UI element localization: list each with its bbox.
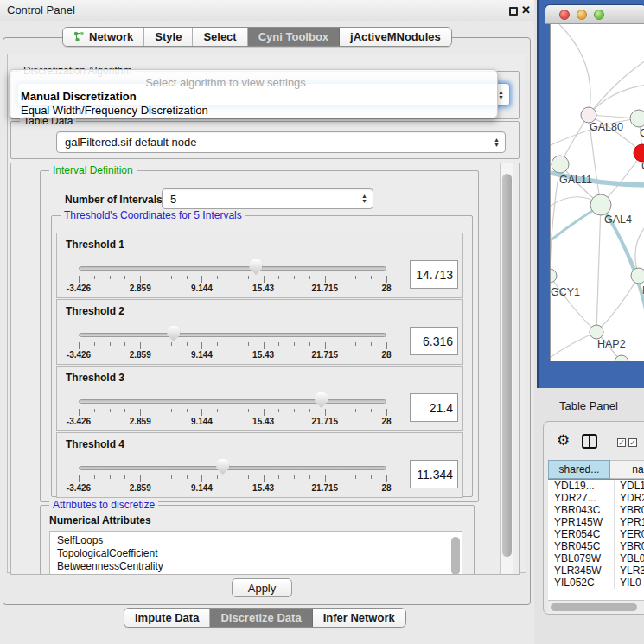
network-window-titlebar[interactable] — [545, 5, 644, 24]
cell-shared-name[interactable]: YPR145W — [548, 516, 615, 528]
viewport-scrollbar[interactable] — [500, 163, 513, 574]
attribute-list-item[interactable]: BetweennessCentrality — [50, 560, 462, 573]
threshold-value-field[interactable] — [410, 393, 458, 422]
scrollbar-thumb[interactable] — [451, 537, 460, 575]
tab-discretize-data[interactable]: Discretize Data — [210, 609, 312, 627]
threshold-slider[interactable]: -3.4262.8599.14415.4321.71528 — [79, 322, 386, 364]
cell-shared-name[interactable]: YBR045C — [548, 540, 615, 552]
table-row[interactable]: YDL19...YDL1 — [548, 480, 644, 492]
gear-icon[interactable]: ⚙ — [557, 431, 570, 450]
tick-mark — [79, 276, 80, 283]
slider-thumb[interactable] — [249, 259, 262, 275]
network-edge[interactable] — [596, 276, 639, 332]
column-header-name[interactable]: na — [610, 460, 644, 479]
table-row[interactable]: YBL079WYBL0 — [548, 552, 644, 564]
cell-shared-name[interactable]: YBR043C — [548, 504, 615, 516]
table-row[interactable]: YER054CYER0 — [548, 528, 644, 540]
network-node[interactable] — [590, 325, 603, 339]
table-row[interactable]: YPR145WYPR1 — [548, 516, 644, 528]
threshold-slider[interactable]: -3.4262.8599.14415.4321.71528 — [79, 456, 386, 497]
tick-mark — [156, 276, 156, 279]
algorithm-option-equal-width[interactable]: Equal Width/Frequency Discretization — [21, 104, 208, 117]
cell-name[interactable]: YER0 — [615, 528, 644, 540]
network-edge-thick[interactable] — [551, 207, 599, 240]
split-columns-icon[interactable] — [582, 434, 597, 449]
cell-name[interactable]: YDR2 — [615, 492, 644, 504]
node-table[interactable]: shared... na YDL19...YDL1YDR27...YDR2YBR… — [548, 460, 644, 600]
cell-shared-name[interactable]: YLR345W — [548, 564, 615, 577]
cell-name[interactable]: YLR3 — [615, 564, 644, 577]
network-node[interactable] — [590, 194, 611, 215]
numerical-attributes-list[interactable]: SelfLoopsTopologicalCoefficientBetweenne… — [49, 531, 462, 575]
attributes-list-scrollbar[interactable] — [451, 533, 461, 575]
threshold-value-field[interactable] — [410, 460, 458, 488]
network-node[interactable] — [551, 269, 557, 283]
network-edge[interactable] — [559, 24, 590, 115]
cell-shared-name[interactable]: YDR27... — [548, 492, 615, 504]
close-traffic-light-icon[interactable] — [559, 10, 570, 20]
scrollbar-thumb[interactable] — [551, 603, 637, 611]
scrollbar-thumb[interactable] — [502, 174, 512, 557]
node-label: GCY1 — [551, 286, 580, 298]
threshold-slider[interactable]: -3.4262.8599.14415.4321.71528 — [79, 256, 386, 297]
cell-shared-name[interactable]: YBL079W — [548, 552, 615, 564]
slider-track[interactable] — [79, 399, 386, 404]
cell-name[interactable]: YBL0 — [615, 552, 644, 564]
network-edge[interactable] — [551, 276, 596, 332]
algorithm-option-manual[interactable]: Manual Discretization — [21, 90, 137, 103]
tab-infer-network[interactable]: Infer Network — [313, 609, 405, 627]
tab-style[interactable]: Style — [144, 28, 193, 46]
cell-name[interactable]: YPR1 — [615, 516, 644, 528]
network-edge[interactable] — [551, 332, 596, 357]
tab-jactivemnodules[interactable]: jActiveMNodules — [340, 28, 451, 46]
apply-button[interactable]: Apply — [232, 578, 292, 597]
zoom-traffic-light-icon[interactable] — [594, 10, 604, 20]
float-window-icon[interactable] — [509, 7, 518, 16]
attribute-list-item[interactable]: TopologicalCoefficient — [50, 547, 462, 560]
network-edge[interactable] — [596, 205, 601, 332]
table-panel-title: Table Panel — [559, 399, 618, 412]
cell-shared-name[interactable]: YER054C — [548, 528, 615, 540]
number-of-intervals-combobox[interactable]: 5 ▲▼ — [162, 188, 373, 209]
table-data-combobox[interactable]: galFiltered.sif default node ▲▼ — [56, 131, 506, 153]
slider-track[interactable] — [79, 333, 386, 337]
threshold-slider[interactable]: -3.4262.8599.14415.4321.71528 — [79, 389, 386, 430]
tick-mark — [94, 276, 95, 279]
slider-track[interactable] — [79, 466, 386, 470]
cell-name[interactable]: YBR0 — [615, 504, 644, 516]
network-canvas[interactable]: GAL80GACGAL11GAL4GCY1HHAP2 — [550, 24, 644, 361]
table-row[interactable]: YLR345WYLR3 — [548, 564, 644, 577]
checkbox-icon[interactable]: ✓ — [628, 438, 637, 447]
tick-mark — [187, 475, 188, 479]
threshold-value-field[interactable] — [410, 260, 458, 289]
table-row[interactable]: YBR045CYBR0 — [548, 540, 644, 552]
checkbox-icon[interactable]: ✓ — [617, 438, 626, 447]
table-row[interactable]: YIL052CYIL0 — [548, 577, 644, 589]
column-header-shared[interactable]: shared... — [548, 460, 610, 479]
tab-select[interactable]: Select — [193, 28, 247, 46]
cell-name[interactable]: YIL0 — [615, 577, 644, 589]
table-row[interactable]: YDR27...YDR2 — [548, 492, 644, 504]
table-horizontal-scrollbar[interactable] — [548, 600, 644, 614]
tab-network[interactable]: Network — [63, 28, 144, 46]
close-icon[interactable]: ✕ — [521, 3, 531, 16]
slider-thumb[interactable] — [315, 392, 328, 408]
cell-shared-name[interactable]: YIL052C — [548, 577, 615, 589]
minimize-traffic-light-icon[interactable] — [577, 10, 587, 20]
tab-cyni-toolbox[interactable]: Cyni Toolbox — [248, 28, 340, 46]
slider-track[interactable] — [79, 266, 386, 271]
threshold-value-field[interactable] — [410, 327, 458, 355]
attribute-list-item[interactable]: SelfLoops — [50, 534, 462, 547]
network-node[interactable] — [630, 110, 644, 127]
network-view-window[interactable]: GAL80GACGAL11GAL4GCY1HHAP2 — [545, 4, 644, 362]
cell-shared-name[interactable]: YDL19... — [548, 480, 615, 492]
tab-impute-data[interactable]: Impute Data — [124, 609, 210, 627]
cell-name[interactable]: YBR0 — [615, 540, 644, 552]
slider-thumb[interactable] — [216, 459, 229, 475]
cell-name[interactable]: YDL1 — [615, 480, 644, 492]
network-node[interactable] — [552, 156, 569, 173]
slider-thumb[interactable] — [167, 326, 180, 341]
network-node[interactable] — [631, 268, 644, 284]
table-row[interactable]: YBR043CYBR0 — [548, 504, 644, 516]
tick-mark — [294, 276, 295, 279]
